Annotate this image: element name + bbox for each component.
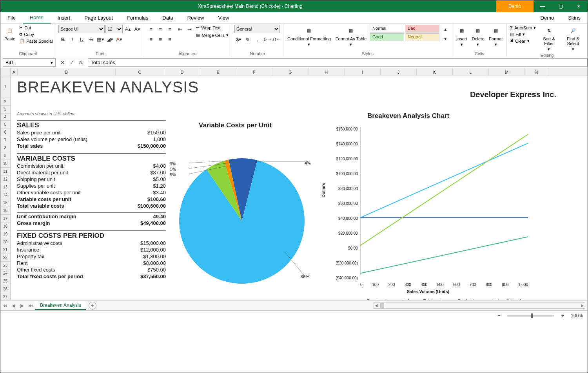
tab-file[interactable]: File: [0, 13, 23, 23]
clear-button[interactable]: ✖Clear▾: [509, 38, 537, 44]
cancel-formula-button[interactable]: ✕: [58, 58, 67, 67]
chevron-down-icon: ▾: [51, 60, 53, 65]
currency-button[interactable]: $▾: [234, 35, 243, 43]
h-scrollbar[interactable]: ◀ ▶: [374, 302, 585, 309]
pie-label-1pct: 1%: [170, 167, 176, 172]
tab-demo[interactable]: Demo: [534, 13, 561, 23]
demo-button[interactable]: Demo: [496, 0, 534, 12]
tab-page-layout[interactable]: Page Layout: [77, 13, 120, 23]
formula-bar: B41▾ ✕ ✓ fx: [0, 57, 588, 68]
cut-button[interactable]: ✂Cut: [18, 25, 53, 31]
autosum-button[interactable]: ΣAutoSum▾: [509, 25, 537, 31]
bold-button[interactable]: B: [58, 35, 67, 43]
column-headers[interactable]: ABCDEFGHIJKLMN: [11, 68, 588, 76]
app-title: XtraSpreadsheet Main Demo (C# code) - Ch…: [4, 4, 496, 9]
sheet-title: BREAKEVEN ANALYSIS: [17, 78, 199, 96]
percent-button[interactable]: %: [244, 35, 252, 43]
status-bar: − + 100%: [0, 310, 588, 320]
increase-indent-button[interactable]: ⇥: [185, 25, 194, 33]
number-format-combo[interactable]: General: [234, 25, 280, 33]
paste-special-button[interactable]: 📋Paste Special: [18, 38, 53, 44]
sheet-tab-breakeven[interactable]: Breakeven Analysis: [35, 301, 86, 310]
grow-font-button[interactable]: A▴: [123, 25, 132, 33]
insert-button[interactable]: ▦Insert▾: [455, 25, 469, 47]
increase-decimal-button[interactable]: .0→: [263, 35, 271, 43]
group-styles: ▦ Conditional Formatting▾ ▦ Format As Ta…: [283, 24, 452, 57]
italic-button[interactable]: I: [68, 35, 76, 43]
wrap-text-button[interactable]: ↩Wrap Text: [195, 25, 229, 31]
font-size-combo[interactable]: 12: [105, 25, 123, 33]
cells-area[interactable]: BREAKEVEN ANALYSIS Developer Express Inc…: [11, 76, 588, 300]
comma-button[interactable]: ,: [253, 35, 262, 43]
spreadsheet-grid[interactable]: ABCDEFGHIJKLMN 1234567891011121314151617…: [0, 68, 588, 300]
strike-button[interactable]: S: [87, 35, 95, 43]
tab-review[interactable]: Review: [180, 13, 211, 23]
enter-formula-button[interactable]: ✓: [67, 58, 76, 67]
fill-button[interactable]: ▥Fill▾: [509, 31, 537, 37]
fx-button[interactable]: fx: [77, 58, 85, 67]
style-bad[interactable]: Bad: [405, 25, 439, 33]
align-top-button[interactable]: ≡: [147, 25, 155, 33]
shrink-font-button[interactable]: A▾: [133, 25, 142, 33]
fill-icon: ▥: [510, 32, 514, 37]
x-axis-label: Sales Volume (Units): [324, 289, 532, 294]
select-all-corner[interactable]: [0, 68, 11, 76]
ribbon: 📋 Paste ✂Cut ⧉Copy 📋Paste Special Clipbo…: [0, 24, 588, 57]
line-chart-title: Breakeven Analysis Chart: [367, 112, 449, 120]
format-button[interactable]: ▦Format▾: [487, 25, 504, 47]
sort-filter-button[interactable]: ⇅Sort & Filter▾: [538, 25, 559, 52]
paste-icon: 📋: [5, 25, 15, 36]
formula-input[interactable]: [88, 58, 588, 67]
tab-formulas[interactable]: Formulas: [120, 13, 155, 23]
conditional-formatting-button[interactable]: ▦ Conditional Formatting▾: [286, 25, 332, 47]
maximize-button[interactable]: ▢: [552, 0, 570, 12]
tab-insert[interactable]: Insert: [51, 13, 78, 23]
tab-nav-last[interactable]: ⏭: [26, 303, 35, 308]
sigma-icon: Σ: [510, 25, 513, 30]
style-normal[interactable]: Normal: [370, 25, 404, 33]
add-sheet-button[interactable]: +: [89, 302, 96, 310]
align-middle-button[interactable]: ≡: [156, 25, 165, 33]
borders-button[interactable]: ▦▾: [96, 35, 105, 43]
find-select-button[interactable]: 🔎Find & Select▾: [561, 25, 585, 52]
align-right-button[interactable]: ≡: [165, 35, 174, 43]
align-center-button[interactable]: ≡: [156, 35, 165, 43]
tab-data[interactable]: Data: [155, 13, 180, 23]
tab-skins[interactable]: Skins: [561, 13, 588, 23]
styles-scroll-down[interactable]: ▾: [441, 34, 450, 43]
line-plot: [360, 127, 528, 275]
zoom-in-button[interactable]: +: [558, 311, 567, 320]
zoom-out-button[interactable]: −: [495, 311, 503, 320]
delete-button[interactable]: ▦Delete▾: [470, 25, 486, 47]
tab-nav-first[interactable]: ⏮: [0, 303, 9, 308]
fill-color-button[interactable]: ◢▾: [105, 35, 114, 43]
y-axis-label: Dollars: [321, 183, 326, 197]
style-good[interactable]: Good: [370, 33, 404, 41]
paste-button[interactable]: 📋 Paste: [3, 25, 17, 42]
font-color-button[interactable]: A▾: [115, 35, 123, 43]
style-neutral[interactable]: Neutral: [405, 33, 439, 41]
zoom-slider[interactable]: [507, 315, 554, 317]
close-button[interactable]: ✕: [570, 0, 588, 12]
group-editing: ΣAutoSum▾ ▥Fill▾ ✖Clear▾ ⇅Sort & Filter▾…: [507, 24, 588, 57]
align-bottom-button[interactable]: ≡: [165, 25, 174, 33]
row-headers[interactable]: 1234567891011121314151617181920212223242…: [0, 76, 11, 300]
delete-icon: ▦: [473, 25, 483, 36]
name-box[interactable]: B41▾: [3, 58, 56, 67]
binoculars-icon: 🔎: [568, 25, 578, 36]
tab-home[interactable]: Home: [23, 12, 51, 24]
decrease-decimal-button[interactable]: .0←: [272, 35, 281, 43]
minimize-button[interactable]: —: [534, 0, 552, 12]
tab-nav-next[interactable]: ▶: [18, 303, 26, 308]
format-as-table-button[interactable]: ▦ Format As Table▾: [334, 25, 368, 47]
styles-scroll-up[interactable]: ▴: [441, 25, 450, 33]
chart-legend: Fixed costs per periodTotal costsTotal s…: [348, 299, 532, 300]
underline-button[interactable]: U: [77, 35, 86, 43]
decrease-indent-button[interactable]: ⇤: [176, 25, 184, 33]
tab-view[interactable]: View: [211, 13, 236, 23]
merge-cells-button[interactable]: ▦Merge Cells▾: [195, 32, 229, 38]
tab-nav-prev[interactable]: ◀: [9, 303, 18, 308]
font-name-combo[interactable]: Segoe UI: [58, 25, 105, 33]
copy-button[interactable]: ⧉Copy: [18, 31, 53, 37]
align-left-button[interactable]: ≡: [147, 35, 155, 43]
